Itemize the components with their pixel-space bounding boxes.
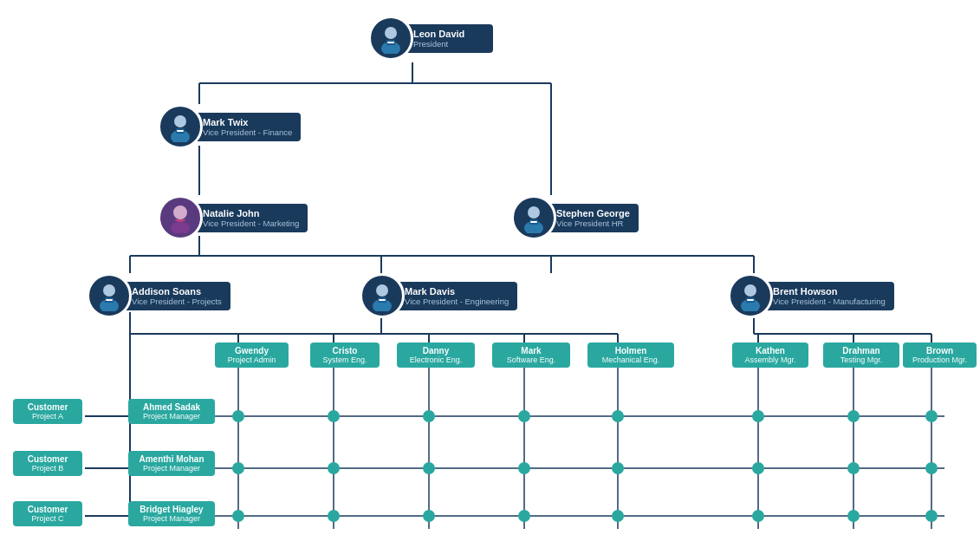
customer-a[interactable]: Customer Project A: [13, 399, 82, 424]
person-leon[interactable]: Leon David President: [368, 16, 493, 61]
dot-r1-danny: [423, 410, 435, 422]
dot-r1-drahman: [847, 410, 860, 422]
person-addison[interactable]: Addison Soans Vice President - Projects: [87, 273, 230, 318]
avatar-brent: [728, 273, 773, 318]
org-chart: Leon David President Mark Twix Vice Pres…: [0, 0, 980, 548]
dot-r1-kathen: [752, 410, 764, 422]
person-mark-twix[interactable]: Mark Twix Vice President - Finance: [158, 104, 301, 149]
dot-r3-mark: [518, 510, 530, 522]
info-mark-twix: Mark Twix Vice President - Finance: [196, 113, 301, 141]
info-leon: Leon David President: [406, 24, 493, 53]
manager-amenthi[interactable]: Amenthi Mohan Project Manager: [128, 451, 215, 476]
dot-r3-drahman: [847, 510, 860, 522]
svg-point-45: [385, 27, 397, 39]
svg-point-68: [744, 284, 756, 297]
svg-point-64: [376, 284, 388, 297]
avatar-addison: [87, 273, 132, 318]
staff-gwendy[interactable]: Gwendy Project Admin: [215, 342, 289, 368]
manager-bridget[interactable]: Bridget Hiagley Project Manager: [128, 501, 215, 526]
staff-drahman[interactable]: Drahman Testing Mgr.: [823, 342, 899, 368]
staff-mark-s[interactable]: Mark Software Eng.: [492, 342, 570, 368]
dot-r3-cristo: [328, 510, 340, 522]
info-natalie: Natalie John Vice President - Marketing: [196, 204, 308, 232]
staff-kathen[interactable]: Kathen Assembly Mgr.: [732, 342, 808, 368]
staff-danny[interactable]: Danny Electronic Eng.: [397, 342, 475, 368]
person-stephen[interactable]: Stephen George Vice President HR: [511, 195, 639, 240]
svg-rect-59: [530, 221, 537, 223]
staff-cristo[interactable]: Cristo System Eng.: [310, 342, 380, 368]
dot-r3-danny: [423, 510, 435, 522]
staff-brown[interactable]: Brown Production Mgr.: [903, 342, 977, 368]
dot-r1-holmen: [612, 410, 624, 422]
customer-b[interactable]: Customer Project B: [13, 451, 82, 476]
dot-r1-gwendy: [232, 410, 244, 422]
svg-rect-71: [747, 299, 754, 301]
staff-holmen[interactable]: Holmen Mechanical Eng.: [587, 342, 674, 368]
dot-r2-brown: [925, 462, 938, 474]
svg-rect-63: [106, 299, 113, 301]
dot-r2-danny: [423, 462, 435, 474]
dot-r1-mark: [518, 410, 530, 422]
dot-r2-mark: [518, 462, 530, 474]
avatar-natalie: [158, 195, 203, 240]
avatar-mark-davis: [360, 273, 405, 318]
manager-ahmed[interactable]: Ahmed Sadak Project Manager: [128, 399, 215, 424]
svg-rect-52: [177, 130, 184, 132]
person-brent[interactable]: Brent Howson Vice President - Manufactur…: [728, 273, 894, 318]
dot-r3-kathen: [752, 510, 764, 522]
svg-point-60: [103, 284, 115, 297]
dot-r3-holmen: [612, 510, 624, 522]
svg-rect-67: [379, 299, 386, 301]
svg-rect-48: [387, 42, 394, 43]
dot-r2-holmen: [612, 462, 624, 474]
svg-point-54: [171, 221, 190, 233]
dot-r2-cristo: [328, 462, 340, 474]
dot-r3-brown: [925, 510, 938, 522]
dot-r2-kathen: [752, 462, 764, 474]
avatar-stephen: [511, 195, 556, 240]
dot-r1-brown: [925, 410, 938, 422]
dot-r3-gwendy: [232, 510, 244, 522]
customer-c[interactable]: Customer Project C: [13, 501, 82, 526]
avatar-leon: [368, 16, 413, 61]
info-mark-davis: Mark Davis Vice President - Engineering: [398, 282, 517, 310]
avatar-mark-twix: [158, 104, 203, 149]
svg-point-56: [528, 206, 540, 219]
info-brent: Brent Howson Vice President - Manufactur…: [766, 282, 894, 310]
info-addison: Addison Soans Vice President - Projects: [125, 282, 230, 310]
info-stephen: Stephen George Vice President HR: [549, 204, 639, 232]
person-natalie[interactable]: Natalie John Vice President - Marketing: [158, 195, 308, 240]
svg-point-49: [174, 115, 186, 127]
dot-r2-drahman: [847, 462, 860, 474]
dot-r2-gwendy: [232, 462, 244, 474]
person-mark-davis[interactable]: Mark Davis Vice President - Engineering: [360, 273, 517, 318]
dot-r1-cristo: [328, 410, 340, 422]
